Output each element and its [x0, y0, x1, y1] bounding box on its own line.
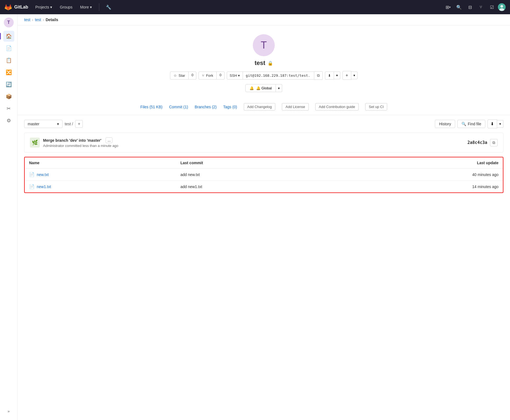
add-changelog-btn[interactable]: Add Changelog — [244, 103, 276, 110]
commit-hash[interactable]: 2a8c4c3a — [467, 140, 487, 145]
repo-header: T test 🔒 ☆ Star 0 ⑂ — [18, 25, 510, 103]
merge-requests-icon: 🔀 — [6, 69, 12, 75]
breadcrumb-link-test1[interactable]: test — [24, 18, 30, 22]
navbar: GitLab Projects ▾ Groups More ▾ 🔧 ⊞ ▾ 🔍 … — [0, 0, 510, 14]
cicd-icon: 🔄 — [6, 81, 12, 87]
left-sidebar: T 🏠 📄 📋 🔀 🔄 📦 ✂ ⚙ » — [0, 14, 18, 420]
download-icon: ⬇ — [328, 73, 331, 78]
sidebar-item-home[interactable]: 🏠 — [3, 31, 14, 42]
merge-request-btn[interactable]: ⑂ — [476, 2, 486, 12]
branch-download-caret-btn[interactable]: ▾ — [497, 120, 503, 128]
chevron-down-icon-more: ▾ — [90, 5, 92, 9]
last-commit-cell-0: add new.txt — [176, 169, 330, 181]
download-btn-group: ⬇ ▾ — [325, 72, 340, 80]
chevron-down-icon-notif: ▾ — [278, 86, 280, 90]
history-button[interactable]: History — [435, 120, 455, 128]
copy-url-button[interactable]: ⧉ — [314, 71, 323, 80]
breadcrumb: test › test › Details — [18, 14, 510, 25]
sidebar-icon: ⊟ — [468, 5, 472, 10]
plus-button[interactable]: + — [342, 71, 351, 80]
stat-tags[interactable]: Tags (0) — [223, 105, 237, 109]
issues-icon: 📋 — [6, 57, 12, 63]
sidebar-toggle-btn[interactable]: ⊟ — [465, 2, 475, 12]
set-up-ci-btn[interactable]: Set up CI — [365, 103, 387, 110]
copy-icon: ⧉ — [317, 73, 320, 78]
star-btn-group: ☆ Star 0 — [170, 72, 196, 80]
packages-icon: 📦 — [6, 93, 12, 100]
nav-projects[interactable]: Projects ▾ — [33, 3, 55, 11]
download-arrow-btn[interactable]: ▾ — [334, 72, 340, 79]
repo-title: test 🔒 — [254, 59, 273, 67]
branch-selector[interactable]: master ▾ — [24, 120, 63, 128]
merge-request-icon: ⑂ — [480, 5, 482, 10]
user-avatar-icon — [498, 3, 506, 11]
expand-icon: » — [8, 409, 10, 413]
commit-box: 🌿 Merge branch 'dev' into 'master' ... A… — [24, 133, 503, 152]
commit-message[interactable]: Merge branch 'dev' into 'master' — [43, 138, 101, 143]
stat-branches[interactable]: Branches (2) — [195, 105, 217, 109]
ssh-button[interactable]: SSH ▾ — [227, 72, 243, 80]
commit-details: Merge branch 'dev' into 'master' ... Adm… — [43, 137, 118, 148]
sidebar-item-cicd[interactable]: 🔄 — [3, 79, 14, 90]
copy-hash-button[interactable]: ⧉ — [490, 139, 498, 146]
col-last-update: Last update — [330, 157, 503, 169]
navbar-right: ⊞ ▾ 🔍 ⊟ ⑂ ☑ — [443, 2, 506, 12]
chevron-down-icon-plus: ▾ — [353, 73, 355, 77]
stat-commit[interactable]: Commit (1) — [169, 105, 188, 109]
file-name-cell-0: 📄 new.txt — [25, 169, 176, 181]
branch-download-group: ⬇ ▾ — [488, 120, 503, 128]
stat-files[interactable]: Files (51 KB) — [140, 105, 163, 109]
search-icon: 🔍 — [456, 5, 462, 10]
star-button[interactable]: ☆ Star — [170, 72, 189, 80]
sidebar-item-issues[interactable]: 📋 — [3, 55, 14, 66]
git-url-field[interactable]: git@192.168.229.187:test/test. — [243, 72, 314, 80]
notification-arrow-btn[interactable]: ▾ — [276, 84, 282, 92]
nav-more[interactable]: More ▾ — [77, 3, 95, 11]
sidebar-item-repository[interactable]: 📄 — [3, 43, 14, 54]
ssh-group: SSH ▾ git@192.168.229.187:test/test. ⧉ — [227, 71, 323, 80]
add-contribution-guide-btn[interactable]: Add Contribution guide — [315, 103, 359, 110]
find-file-button[interactable]: 🔍 Find file — [457, 120, 485, 128]
brand[interactable]: GitLab — [4, 3, 28, 11]
download-button[interactable]: ⬇ — [325, 72, 334, 80]
wrench-icon: 🔧 — [106, 5, 111, 10]
plus-btn-group: + ▾ — [342, 71, 357, 80]
col-last-commit: Last commit — [176, 157, 330, 169]
nav-groups[interactable]: Groups — [57, 3, 75, 11]
user-avatar-btn[interactable] — [498, 3, 506, 11]
branch-download-btn[interactable]: ⬇ — [488, 120, 497, 128]
fork-icon: ⑂ — [202, 73, 204, 78]
wrench-icon-btn[interactable]: 🔧 — [104, 2, 114, 12]
copy-hash-icon: ⧉ — [492, 140, 495, 145]
chevron-down-icon-ssh: ▾ — [238, 73, 240, 78]
notification-button[interactable]: 🔔 🔔 Global — [245, 84, 276, 92]
star-count[interactable]: 0 — [189, 72, 196, 80]
sidebar-item-merge-requests[interactable]: 🔀 — [3, 67, 14, 78]
table-row: 📄 new1.txt add new1.txt 14 minutes ago — [25, 181, 503, 193]
commit-more-btn[interactable]: ... — [106, 137, 112, 143]
sidebar-item-snippets[interactable]: ✂ — [3, 103, 14, 114]
todo-btn[interactable]: ☑ — [487, 2, 497, 12]
sidebar-item-packages[interactable]: 📦 — [3, 91, 14, 102]
add-path-button[interactable]: + — [75, 120, 83, 128]
sidebar-expand-btn[interactable]: » — [3, 406, 14, 417]
file-table-header-row: Name Last commit Last update — [25, 157, 503, 169]
sidebar-item-settings[interactable]: ⚙ — [3, 115, 14, 126]
search-btn[interactable]: 🔍 — [454, 2, 464, 12]
sidebar-avatar[interactable]: T — [4, 18, 14, 27]
commit-avatar: 🌿 — [30, 138, 40, 147]
file-name-link-1[interactable]: new1.txt — [37, 185, 51, 189]
brand-name: GitLab — [14, 5, 28, 10]
main-layout: T 🏠 📄 📋 🔀 🔄 📦 ✂ ⚙ » — [0, 14, 510, 420]
fork-count[interactable]: 0 — [217, 72, 224, 80]
branch-bar: master ▾ test / + History 🔍 Find file ⬇ — [18, 115, 510, 133]
fork-btn-group: ⑂ Fork 0 — [199, 72, 224, 80]
add-license-btn[interactable]: Add License — [282, 103, 309, 110]
home-icon: 🏠 — [6, 33, 12, 39]
breadcrumb-sep-1: › — [32, 18, 33, 22]
plus-arrow-btn[interactable]: ▾ — [351, 72, 358, 79]
fork-button[interactable]: ⑂ Fork — [199, 72, 217, 80]
new-item-btn[interactable]: ⊞ ▾ — [443, 2, 453, 12]
file-name-link-0[interactable]: new.txt — [37, 172, 49, 177]
breadcrumb-link-test2[interactable]: test — [35, 18, 41, 22]
